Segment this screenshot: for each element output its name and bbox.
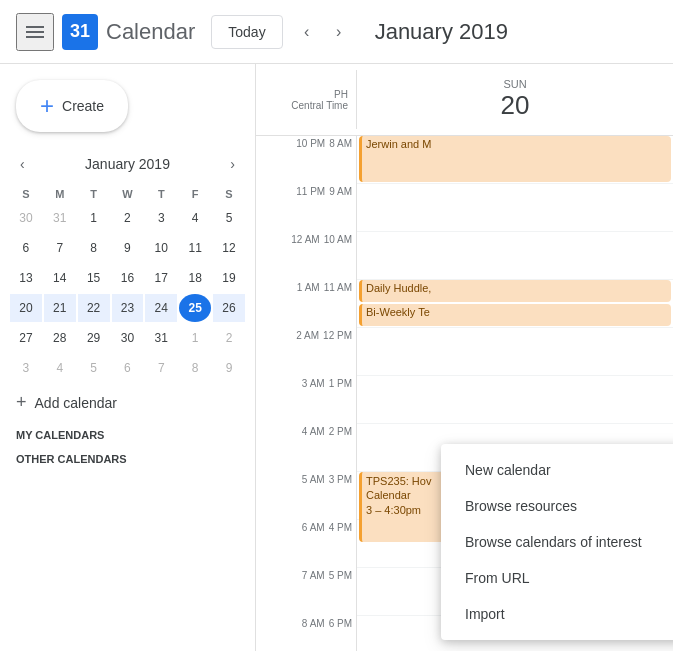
mini-cal-day[interactable]: 29 — [78, 324, 110, 352]
mini-cal-day[interactable]: 2 — [213, 324, 245, 352]
mini-cal-day[interactable]: 6 — [112, 354, 144, 382]
mini-cal-day[interactable]: 3 — [145, 204, 177, 232]
mini-calendar-grid: S M T W T F S 30311234567891011121314151… — [8, 184, 247, 384]
time-label-5am: 5 AM 3 PM — [256, 472, 356, 520]
mini-cal-day[interactable]: 16 — [112, 264, 144, 292]
from-url-item[interactable]: From URL — [441, 560, 673, 596]
mini-cal-day[interactable]: 21 — [44, 294, 76, 322]
next-button[interactable]: › — [323, 16, 355, 48]
mini-cal-day[interactable]: 8 — [78, 234, 110, 262]
mini-prev-button[interactable]: ‹ — [16, 152, 29, 176]
ct-label-12pm: 12 PM — [323, 330, 352, 341]
main-layout: + Create ‹ January 2019 › S M T W T F — [0, 64, 673, 651]
mini-cal-day[interactable]: 9 — [213, 354, 245, 382]
day-column-header: SUN 20 — [356, 70, 673, 129]
mini-cal-day[interactable]: 11 — [179, 234, 211, 262]
mini-cal-day[interactable]: 12 — [213, 234, 245, 262]
browse-resources-item[interactable]: Browse resources — [441, 488, 673, 524]
calendar-logo: 31 — [62, 14, 98, 50]
weekday-s2: S — [213, 186, 245, 202]
event-daily-huddle-title: Daily Huddle, — [366, 282, 431, 294]
ct-label-1pm: 1 PM — [329, 378, 352, 389]
time-label-1am: 1 AM 11 AM — [256, 280, 356, 328]
mini-cal-day[interactable]: 5 — [213, 204, 245, 232]
day-number: 20 — [365, 90, 665, 121]
app-name: Calendar — [106, 19, 195, 45]
mini-cal-day[interactable]: 1 — [78, 204, 110, 232]
ct-label-6pm: 6 PM — [329, 618, 352, 629]
mini-cal-day[interactable]: 17 — [145, 264, 177, 292]
mini-cal-day[interactable]: 30 — [10, 204, 42, 232]
add-calendar-item[interactable]: + Add calendar — [0, 384, 255, 421]
ct-label-8am: 8 AM — [329, 138, 352, 149]
mini-cal-day[interactable]: 31 — [44, 204, 76, 232]
mini-next-button[interactable]: › — [226, 152, 239, 176]
weekday-w: W — [112, 186, 144, 202]
header-title: January 2019 — [375, 19, 508, 45]
ph-label-8am: 8 AM — [302, 618, 325, 629]
mini-cal-day[interactable]: 25 — [179, 294, 211, 322]
mini-cal-day[interactable]: 18 — [179, 264, 211, 292]
mini-cal-day[interactable]: 31 — [145, 324, 177, 352]
mini-cal-day[interactable]: 5 — [78, 354, 110, 382]
create-button[interactable]: + Create — [16, 80, 128, 132]
event-biweekly[interactable]: Bi-Weekly Te — [359, 304, 671, 326]
today-button[interactable]: Today — [211, 15, 282, 49]
slot-4 — [357, 328, 673, 376]
mini-cal-day[interactable]: 10 — [145, 234, 177, 262]
mini-cal-day[interactable]: 7 — [44, 234, 76, 262]
event-jerwin[interactable]: Jerwin and M — [359, 136, 671, 182]
slot-1 — [357, 184, 673, 232]
mini-cal-day[interactable]: 26 — [213, 294, 245, 322]
ph-label-2am: 2 AM — [296, 330, 319, 341]
weekday-t1: T — [78, 186, 110, 202]
time-label-2am: 2 AM 12 PM — [256, 328, 356, 376]
mini-cal-day[interactable]: 3 — [10, 354, 42, 382]
time-label-11pm: 11 PM 9 AM — [256, 184, 356, 232]
browse-calendars-item[interactable]: Browse calendars of interest — [441, 524, 673, 560]
time-label-8am: 8 AM 6 PM — [256, 616, 356, 651]
mini-cal-day[interactable]: 22 — [78, 294, 110, 322]
mini-cal-day[interactable]: 4 — [44, 354, 76, 382]
calendar-content: PH Central Time SUN 20 10 PM 8 AM 11 PM … — [256, 64, 673, 651]
mini-cal-day[interactable]: 13 — [10, 264, 42, 292]
sidebar: + Create ‹ January 2019 › S M T W T F — [0, 64, 256, 651]
mini-cal-day[interactable]: 27 — [10, 324, 42, 352]
mini-cal-day[interactable]: 30 — [112, 324, 144, 352]
mini-cal-day[interactable]: 20 — [10, 294, 42, 322]
ct-header-label: Central Time — [256, 100, 356, 111]
ct-label-10am: 10 AM — [324, 234, 352, 245]
mini-cal-day[interactable]: 19 — [213, 264, 245, 292]
weekday-t2: T — [145, 186, 177, 202]
ph-label-11pm: 11 PM — [296, 186, 325, 197]
mini-cal-day[interactable]: 9 — [112, 234, 144, 262]
mini-cal-header: ‹ January 2019 › — [8, 148, 247, 180]
mini-cal-day[interactable]: 4 — [179, 204, 211, 232]
mini-cal-day[interactable]: 7 — [145, 354, 177, 382]
mini-cal-day[interactable]: 28 — [44, 324, 76, 352]
menu-button[interactable] — [16, 13, 54, 51]
weekday-f: F — [179, 186, 211, 202]
add-calendar-dropdown: New calendar Browse resources Browse cal… — [441, 444, 673, 640]
nav-arrows: ‹ › — [291, 16, 355, 48]
time-label-10pm: 10 PM 8 AM — [256, 136, 356, 184]
time-label-7am: 7 AM 5 PM — [256, 568, 356, 616]
event-daily-huddle[interactable]: Daily Huddle, — [359, 280, 671, 302]
mini-cal-day[interactable]: 8 — [179, 354, 211, 382]
import-item[interactable]: Import — [441, 596, 673, 632]
mini-cal-day[interactable]: 23 — [112, 294, 144, 322]
ct-label-11am: 11 AM — [324, 282, 352, 293]
time-labels-col: 10 PM 8 AM 11 PM 9 AM 12 AM 10 AM 1 AM 1… — [256, 136, 356, 651]
slot-2 — [357, 232, 673, 280]
mini-cal-day[interactable]: 1 — [179, 324, 211, 352]
ct-label-9am: 9 AM — [329, 186, 352, 197]
day-header: PH Central Time SUN 20 — [256, 64, 673, 136]
mini-cal-day[interactable]: 15 — [78, 264, 110, 292]
other-calendars-title: Other calendars — [0, 445, 255, 469]
mini-cal-day[interactable]: 24 — [145, 294, 177, 322]
mini-cal-day[interactable]: 2 — [112, 204, 144, 232]
mini-cal-day[interactable]: 6 — [10, 234, 42, 262]
new-calendar-item[interactable]: New calendar — [441, 452, 673, 488]
mini-cal-day[interactable]: 14 — [44, 264, 76, 292]
prev-button[interactable]: ‹ — [291, 16, 323, 48]
